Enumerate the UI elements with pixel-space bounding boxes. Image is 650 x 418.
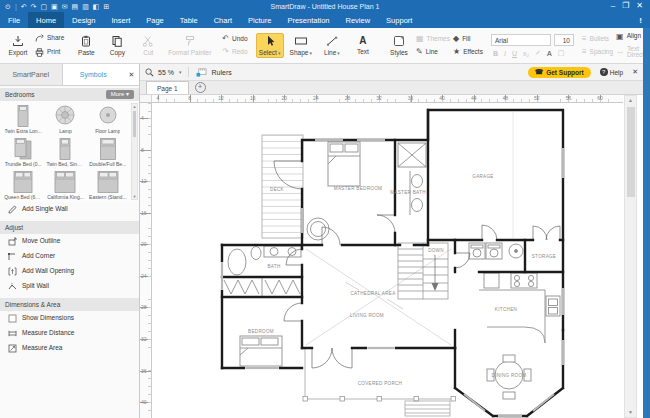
measure-area-button[interactable]: Measure Area (0, 341, 139, 356)
menu-home[interactable]: Home (28, 12, 64, 28)
text-tool-button[interactable]: A Text (349, 34, 377, 57)
menubar-pin-icon[interactable]: ! (639, 12, 650, 28)
scroll-up-icon[interactable]: ▲ (625, 96, 636, 105)
line-tool-button[interactable]: Line▾ (318, 33, 346, 59)
floorplan-drawing[interactable]: DECK MASTER BEDROOM MASTER BATH GARAGE B… (152, 103, 623, 418)
menu-page[interactable]: Page (138, 12, 172, 28)
checkmark-button[interactable]: ✓ (535, 49, 541, 57)
bold-button[interactable]: B (493, 50, 498, 57)
measure-distance-button[interactable]: Measure Distance (0, 326, 139, 341)
scroll-down-icon[interactable]: ▼ (132, 194, 137, 199)
symbols-scrollbar[interactable]: ▲ ▼ (131, 103, 138, 200)
menu-insert[interactable]: Insert (103, 12, 138, 28)
export-icon[interactable]: ▥ (82, 3, 89, 10)
font-size-select[interactable]: 10 (554, 34, 574, 46)
add-single-wall-button[interactable]: Add Single Wall (0, 202, 139, 217)
canvas-vertical-scrollbar[interactable]: ▲ ▼ (624, 95, 637, 418)
rulers-toggle[interactable]: Rulers (211, 69, 231, 76)
page-tab-1[interactable]: Page 1 (146, 81, 189, 94)
export-button[interactable]: Export (4, 33, 32, 58)
styles-button[interactable]: Styles (385, 33, 413, 58)
symbol-twin-extra-long[interactable]: Twin Extra Lon... (2, 102, 44, 135)
scrollbar-thumb[interactable] (627, 107, 635, 197)
options-icon[interactable]: ⊞ (103, 3, 109, 10)
zoom-level-select[interactable]: 55 % (158, 69, 174, 76)
share-button[interactable]: Share (35, 34, 64, 43)
tab-symbols[interactable]: Symbols (62, 64, 125, 85)
menu-support[interactable]: Support (378, 12, 420, 28)
italic-button[interactable]: I (504, 50, 506, 57)
canvas-toolbar: 55 % ▾ Rulers ☎ Get Support ? Help ✕ (140, 64, 643, 81)
add-page-button[interactable]: + (195, 82, 206, 93)
move-outline-button[interactable]: Move Outline (0, 234, 139, 249)
add-corner-button[interactable]: Add Corner (0, 249, 139, 264)
shape-tool-button[interactable]: Shape▾ (287, 33, 315, 59)
format-painter-button[interactable]: Format Painter (165, 33, 214, 58)
symbol-floor-lamp[interactable]: Floor Lamp (87, 102, 129, 135)
symbol-california-king-bed[interactable]: California King... (44, 168, 86, 201)
entry-steps (405, 401, 450, 416)
menu-design[interactable]: Design (64, 12, 103, 28)
more-button[interactable]: More ▾ (106, 90, 134, 99)
font-color-button[interactable]: A (547, 50, 552, 57)
zoom-dropdown-icon[interactable]: ▾ (179, 69, 182, 75)
shape-dropdown-icon[interactable]: ▾ (309, 50, 312, 56)
symbol-eastern-king-bed[interactable]: Eastern (Stand... (87, 168, 129, 201)
underline-button[interactable]: U (512, 50, 517, 57)
panel-close-icon[interactable]: ✕ (124, 64, 139, 85)
symbol-twin-bed[interactable]: Twin Bed, Singl... (44, 135, 86, 168)
symbol-lamp[interactable]: Lamp (44, 102, 86, 135)
redo-button[interactable]: ↷ Redo (222, 48, 247, 56)
themes-button[interactable]: ▦ Themes (416, 35, 450, 43)
fill-button[interactable]: ◆ Fill (453, 35, 483, 43)
minimize-button[interactable]: – (611, 2, 615, 10)
symbol-double-full-bed[interactable]: Double/Full Be... (87, 135, 129, 168)
effects-button[interactable]: ★ Effects (453, 48, 483, 56)
menu-table[interactable]: Table (172, 12, 206, 28)
highlight-button[interactable]: ▢ (558, 49, 565, 57)
scroll-up-icon[interactable]: ▲ (132, 104, 137, 109)
subscript-button[interactable]: x₂ (523, 50, 529, 57)
title-bar: ⊙|↶↷▢▣✉▤▥◧⊞ SmartDraw - Untitled House P… (0, 0, 650, 12)
save-icon[interactable]: ▣ (51, 3, 58, 10)
show-dimensions-toggle[interactable]: Show Dimensions (0, 311, 139, 326)
split-wall-button[interactable]: Split Wall (0, 279, 139, 294)
symbol-queen-bed[interactable]: Queen Bed (60... (2, 168, 44, 201)
new-document-icon[interactable]: ▢ (40, 3, 47, 10)
drawing-canvas[interactable]: DECK MASTER BEDROOM MASTER BATH GARAGE B… (152, 103, 637, 418)
select-dropdown-icon[interactable]: ▾ (278, 50, 281, 56)
select-tool-button[interactable]: Select▾ (256, 33, 284, 59)
zoom-magnifier-icon[interactable] (145, 68, 154, 77)
menu-picture[interactable]: Picture (240, 12, 279, 28)
symbol-trundle-bed[interactable]: Trundle Bed (0... (2, 135, 44, 168)
undo-button[interactable]: ↶ Undo (222, 35, 247, 43)
menu-presentation[interactable]: Presentation (279, 12, 337, 28)
menu-file[interactable]: File (0, 12, 28, 28)
copy-button[interactable]: Copy (103, 33, 131, 58)
undo-icon[interactable]: ↶ (21, 3, 27, 10)
get-support-button[interactable]: ☎ Get Support (528, 67, 591, 78)
redo-icon[interactable]: ↷ (31, 3, 37, 10)
cut-button[interactable]: Cut (134, 33, 162, 58)
menu-chart[interactable]: Chart (206, 12, 240, 28)
paste-button[interactable]: Paste (72, 33, 100, 58)
scrollbar-thumb[interactable] (133, 111, 136, 137)
print-icon[interactable]: ▤ (72, 3, 79, 10)
add-wall-opening-button[interactable]: Add Wall Opening (0, 264, 139, 279)
toolbar-close-icon[interactable]: ✕ (632, 68, 638, 76)
tab-smartpanel[interactable]: SmartPanel (0, 64, 62, 85)
spacing-button[interactable]: ≡ Spacing (582, 48, 613, 56)
window-frame-edge (643, 28, 650, 418)
bullets-button[interactable]: ≡ Bullets (582, 35, 613, 43)
menu-review[interactable]: Review (338, 12, 379, 28)
email-icon[interactable]: ✉ (62, 3, 68, 10)
scroll-down-icon[interactable]: ▼ (625, 408, 636, 417)
import-icon[interactable]: ◧ (93, 3, 100, 10)
help-button[interactable]: ? Help (600, 68, 623, 76)
line-dropdown-icon[interactable]: ▾ (337, 50, 340, 56)
close-button[interactable]: ✕ (636, 2, 643, 10)
print-button[interactable]: Print (35, 48, 64, 57)
maximize-button[interactable]: ❐ (622, 2, 629, 10)
font-family-select[interactable]: Arial (491, 34, 551, 46)
line-style-button[interactable]: ✎ Line (416, 48, 450, 56)
